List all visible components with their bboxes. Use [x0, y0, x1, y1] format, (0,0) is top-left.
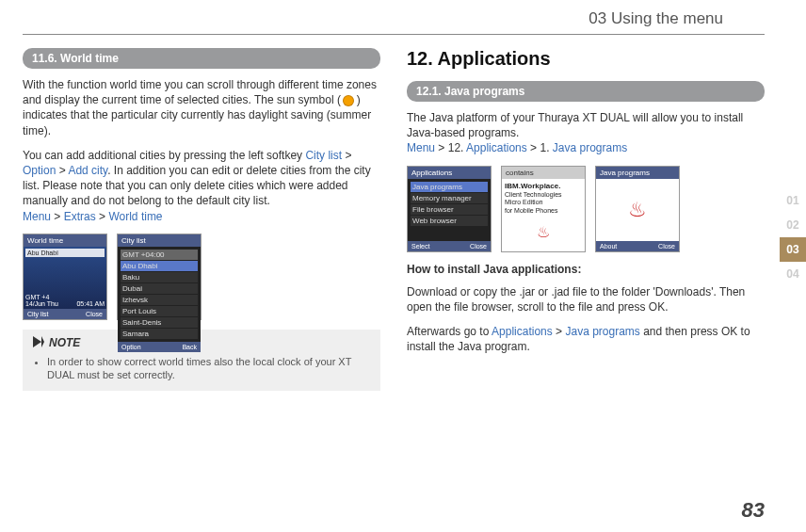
para2a: You can add additional cities by pressin… [23, 149, 305, 162]
rthumb2-line3: Micro Edition [505, 199, 582, 206]
thumb2-body: GMT +04:00 Abu Dhabi Baku Dubai Izhevsk … [118, 247, 201, 342]
thumb-ibm-workplace: contains IBM.Workplace. Client Technolog… [501, 166, 586, 252]
r-gt1: > 12. [435, 141, 466, 154]
rthumb1-r4: Web browser [411, 216, 488, 226]
howto-p2a: Afterwards go to [407, 325, 492, 338]
thumb2-footer: Option Back [118, 342, 201, 352]
thumb1-foot-right: Close [86, 311, 103, 317]
thumb2-header: City list [118, 234, 201, 247]
thumb-applications: Applications Java programs Memory manage… [407, 166, 492, 252]
tab-03: 03 [780, 237, 806, 262]
thumb2-r3: Dubai [121, 283, 198, 294]
howto-gt: > [553, 325, 566, 338]
note-label: NOTE [49, 336, 80, 349]
r-link-java: Java programs [553, 141, 627, 154]
left-column: 11.6. World time With the function world… [23, 48, 380, 391]
thumb1-foot-left: City list [27, 311, 49, 317]
thumb2-r2: Baku [121, 272, 198, 282]
howto-p1: Download or copy the .jar or .jad file t… [407, 284, 765, 314]
thumb2-foot-right: Back [182, 344, 197, 350]
note-box: NOTE In order to show correct world time… [23, 330, 380, 392]
rthumb1-body: Java programs Memory manager File browse… [408, 179, 491, 241]
thumb2-foot-left: Option [121, 344, 141, 350]
tab-02: 02 [780, 213, 806, 237]
thumb2-r6: Saint-Denis [121, 317, 198, 328]
rthumb2-body: IBM.Workplace. Client Technologies Micro… [502, 179, 585, 251]
thumb-city-list: City list GMT +04:00 Abu Dhabi Baku Duba… [117, 234, 202, 320]
rthumb2-ibm: IBM.Workplace. [505, 182, 582, 190]
link-city-list: City list [305, 149, 342, 162]
link-world-time: World time [108, 210, 162, 223]
r-gt2: > 1. [527, 141, 553, 154]
right-column: 12. Applications 12.1. Java programs The… [407, 48, 765, 391]
rthumb1-header: Applications [408, 167, 491, 179]
thumb2-r4: Izhevsk [121, 295, 198, 305]
howto-link-applications: Applications [492, 325, 553, 338]
thumb1-city: Abu Dhabi [25, 249, 105, 257]
link-option: Option [23, 164, 56, 177]
rthumb2-line2: Client Technologies [505, 191, 582, 199]
chapter-header: 03 Using the menu [23, 0, 765, 35]
thumb2-r7: Samara [121, 329, 198, 339]
thumb-java-programs: Java programs ♨ About Close [595, 166, 680, 252]
tab-04: 04 [780, 262, 806, 286]
rthumb3-foot-right: Close [658, 243, 675, 250]
rthumb1-r1: Java programs [411, 182, 488, 192]
thumb1-footer: City list Close [24, 309, 106, 319]
rthumb2-header: contains [502, 167, 585, 179]
heading-11-6: 11.6. World time [23, 48, 380, 69]
r-link-applications: Applications [466, 141, 527, 154]
thumb1-gmt: GMT +4 [25, 294, 105, 300]
java-logo-icon: ♨ [505, 216, 582, 249]
thumb2-gmt: GMT +04:00 [121, 250, 198, 260]
content-columns: 11.6. World time With the function world… [0, 35, 806, 391]
gt3: > [51, 210, 64, 223]
rthumb1-foot: Select Close [408, 241, 491, 251]
thumb-world-time: World time Abu Dhabi GMT +4 14/Jun Thu 0… [23, 234, 107, 320]
rthumb3-body: ♨ [596, 179, 679, 241]
r-link-menu: Menu [407, 141, 435, 154]
heading-12: 12. Applications [407, 48, 765, 70]
rthumb3-header: Java programs [596, 167, 679, 179]
howto-heading: How to install Java applications: [407, 262, 765, 277]
sun-icon [344, 96, 353, 105]
rthumb2-line4: for Mobile Phones [505, 207, 582, 215]
gt1: > [342, 149, 351, 162]
thumb1-body: Abu Dhabi GMT +4 14/Jun Thu 05:41 AM [24, 247, 106, 309]
howto-link-java: Java programs [565, 325, 639, 338]
gt4: > [96, 210, 109, 223]
para-world-time-intro: With the function world time you can scr… [23, 77, 380, 138]
thumb1-header: World time [24, 234, 106, 247]
java-logo-icon-2: ♨ [628, 182, 647, 238]
rthumb3-foot-left: About [600, 243, 617, 250]
gt2: > [56, 164, 68, 177]
rthumb3-foot: About Close [596, 241, 679, 251]
rthumb1-foot-left: Select [411, 243, 429, 250]
rthumb1-foot-right: Close [470, 243, 487, 250]
para-add-cities: You can add additional cities by pressin… [23, 148, 380, 224]
thumb2-r1: Abu Dhabi [121, 261, 198, 271]
note-title: NOTE [32, 335, 371, 351]
note-arrow-icon [32, 335, 45, 351]
link-menu: Menu [23, 210, 51, 223]
world-time-screenshots: World time Abu Dhabi GMT +4 14/Jun Thu 0… [23, 234, 380, 320]
note-bullet: In order to show correct world times als… [47, 355, 371, 382]
java-screenshots: Applications Java programs Memory manage… [407, 166, 765, 252]
rthumb1-r2: Memory manager [411, 193, 488, 203]
page-number: 83 [742, 498, 765, 523]
link-extras: Extras [64, 210, 96, 223]
chapter-tabs: 01 02 03 04 [780, 188, 806, 286]
java-intro: The Java platform of your Thuraya XT DUA… [407, 111, 743, 139]
howto-p2: Afterwards go to Applications > Java pro… [407, 324, 765, 354]
heading-12-1: 12.1. Java programs [407, 81, 765, 102]
thumb2-r5: Port Louis [121, 306, 198, 316]
rthumb1-r3: File browser [411, 204, 488, 215]
link-add-city: Add city [68, 164, 107, 177]
tab-01: 01 [780, 188, 806, 213]
thumb1-time: 05:41 AM [76, 300, 105, 307]
para1a: With the function world time you can scr… [23, 78, 377, 106]
para-java-intro: The Java platform of your Thuraya XT DUA… [407, 110, 765, 156]
thumb1-date: 14/Jun Thu [25, 300, 58, 307]
